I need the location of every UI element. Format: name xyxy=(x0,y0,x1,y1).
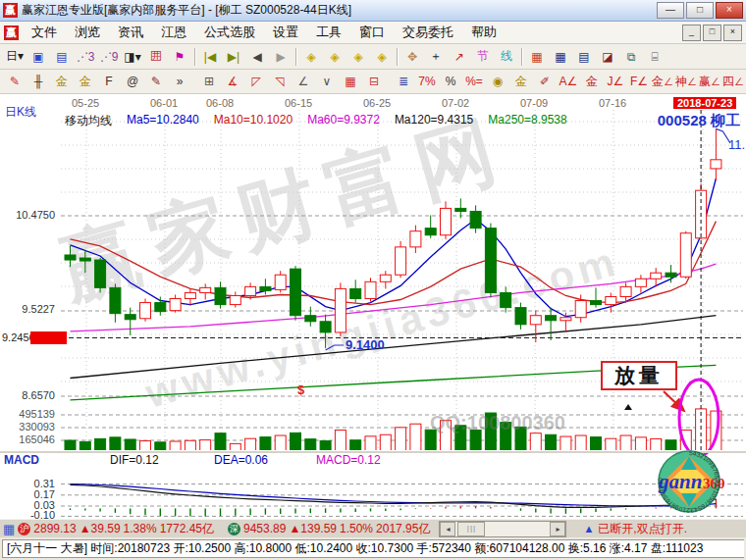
mdi-restore-button[interactable]: □ xyxy=(703,25,721,41)
gann-nav-left-icon[interactable]: ◈ xyxy=(300,46,322,68)
gann-nav-v-icon[interactable]: ◈ xyxy=(371,46,393,68)
stats-bars-icon[interactable]: ≣ xyxy=(393,71,414,92)
grid-axis-icon[interactable]: ⊟ xyxy=(363,71,385,92)
menu-trade[interactable]: 交易委托 xyxy=(394,22,462,43)
toolbar-drawing: ✎╫金金F@✎»⊞∡◸◹∠∨▦⊟≣7%%%=◉金✐A∠金J∠F∠金∠神∠赢∠四∠ xyxy=(0,70,746,94)
crosshair-tool[interactable]: ＋ xyxy=(425,46,447,68)
candle xyxy=(170,299,181,311)
info-bar: [六月十一 大暑] 时间:20180723 开:10.2500 高:10.800… xyxy=(0,537,746,560)
spiral-icon[interactable]: @ xyxy=(122,71,143,92)
draw-pen-icon[interactable]: ✎ xyxy=(4,71,26,92)
percent-line-icon[interactable]: %= xyxy=(463,71,485,92)
sz-index: 9453.89 xyxy=(243,522,286,535)
mdi-controls: _ □ × xyxy=(680,25,742,41)
wave-line-tool[interactable]: 线 xyxy=(496,46,517,68)
percent-icon[interactable]: % xyxy=(440,71,461,92)
menu-news[interactable]: 资讯 xyxy=(109,22,152,43)
period-day-selector[interactable]: 日▾ xyxy=(4,46,26,68)
menu-settings[interactable]: 设置 xyxy=(264,22,307,43)
draw-pen2-icon[interactable]: ✎ xyxy=(145,71,167,92)
calendar-icon[interactable]: ▦ xyxy=(526,46,548,68)
candle xyxy=(470,211,481,228)
connection-status[interactable]: ▲ 已断开,双点打开. xyxy=(583,521,687,537)
candle xyxy=(606,296,616,304)
candle xyxy=(515,308,526,325)
mdi-close-button[interactable]: × xyxy=(723,25,742,41)
pattern-tool-icon[interactable]: 囲 xyxy=(145,46,167,68)
pane-separator xyxy=(0,450,746,453)
fan-box-icon[interactable]: ◸ xyxy=(245,71,267,92)
angle-lines-icon[interactable]: ∠ xyxy=(293,71,314,92)
save-icon[interactable]: ◪ xyxy=(597,46,618,68)
gann-nav-right-icon[interactable]: ◈ xyxy=(324,46,346,68)
candle xyxy=(275,275,286,289)
info-panel-icon[interactable]: ▤ xyxy=(51,46,73,68)
first-bar-button[interactable]: |◀ xyxy=(199,46,221,68)
maximize-button[interactable]: □ xyxy=(686,2,714,19)
menu-help[interactable]: 帮助 xyxy=(462,22,506,43)
scroll-left-button[interactable]: ◂ xyxy=(440,522,455,536)
fibonacci-icon[interactable]: F xyxy=(98,71,120,92)
brush-icon[interactable]: ✐ xyxy=(534,71,556,92)
color-flag-icon[interactable]: ⚑ xyxy=(169,46,190,68)
gold-angle-icon[interactable]: 金∠ xyxy=(652,71,673,92)
more-tools-button[interactable]: » xyxy=(169,71,190,92)
notepad-icon[interactable]: ▤ xyxy=(573,46,595,68)
menu-window[interactable]: 窗口 xyxy=(350,22,394,43)
next-bar-button[interactable]: ▶ xyxy=(270,46,292,68)
golden-band-icon[interactable]: 金 xyxy=(75,71,96,92)
toolbar-separator xyxy=(521,48,522,66)
dea-value: DEA=0.06 xyxy=(214,453,268,467)
title-bar[interactable]: 赢 赢家江恩专业版[赢家内部服务平台] - [柳工 SZ000528-44日K线… xyxy=(0,0,746,22)
menu-formula-picker[interactable]: 公式选股 xyxy=(195,22,264,43)
scroll-thumb[interactable]: ||| xyxy=(457,522,485,536)
j-angle-icon[interactable]: J∠ xyxy=(605,71,626,92)
close-button[interactable]: × xyxy=(716,2,743,19)
prev-bar-button[interactable]: ◀ xyxy=(246,46,268,68)
minimize-button[interactable]: — xyxy=(657,2,684,19)
ma-legend-item: Ma60=9.9372 xyxy=(307,113,380,129)
v-dots-icon[interactable]: ∨ xyxy=(316,71,338,92)
date-tick: 06-25 xyxy=(363,97,391,109)
menu-tools[interactable]: 工具 xyxy=(307,22,350,43)
trendline-tool[interactable]: ↗ xyxy=(449,46,470,68)
shen-angle-icon[interactable]: 神∠ xyxy=(675,71,697,92)
gann-nav-h-icon[interactable]: ◈ xyxy=(347,46,369,68)
multi-screen-icon[interactable]: ⧉ xyxy=(620,46,642,68)
percent7-icon[interactable]: 7% xyxy=(416,71,438,92)
zoom-window-icon[interactable]: ▣ xyxy=(27,46,49,68)
remote-pc-icon[interactable]: ⌸ xyxy=(644,46,666,68)
horizontal-scrollbar[interactable]: ◂ ||| ▸ xyxy=(439,521,566,537)
minor-cycle-9-icon[interactable]: ⋰9 xyxy=(98,46,120,68)
golden-section-icon[interactable]: 金 xyxy=(51,71,73,92)
candle xyxy=(95,260,106,287)
gold-line-icon[interactable]: 金 xyxy=(510,71,532,92)
hand-tool[interactable]: ✥ xyxy=(401,46,423,68)
minor-cycle-3-icon[interactable]: ⋰3 xyxy=(75,46,96,68)
gold-circle-icon[interactable]: ◉ xyxy=(487,71,508,92)
scroll-right-button[interactable]: ▸ xyxy=(550,522,565,536)
comb-tool-icon[interactable]: ╫ xyxy=(27,71,49,92)
candle-style-selector[interactable]: ◨▾ xyxy=(122,46,143,68)
logo-text-360: 360 xyxy=(703,476,725,491)
fan-circle-icon[interactable]: ◹ xyxy=(269,71,291,92)
mdi-minimize-button[interactable]: _ xyxy=(682,25,701,41)
gann-fan-icon[interactable]: ∡ xyxy=(222,71,243,92)
candle xyxy=(185,292,195,298)
ying-angle-icon[interactable]: 赢∠ xyxy=(699,71,720,92)
menu-browse[interactable]: 浏览 xyxy=(66,22,109,43)
candle xyxy=(410,231,421,247)
a-fan-icon[interactable]: A∠ xyxy=(558,71,579,92)
gann-node-tool[interactable]: 节 xyxy=(472,46,494,68)
f-angle-icon[interactable]: F∠ xyxy=(628,71,650,92)
si-angle-icon[interactable]: 四∠ xyxy=(722,71,744,92)
last-bar-button[interactable]: ▶| xyxy=(223,46,244,68)
gold-underline-icon[interactable]: 金 xyxy=(581,71,603,92)
grid-tool-icon[interactable]: ⊞ xyxy=(198,71,220,92)
red-grid-icon[interactable]: ▦ xyxy=(340,71,361,92)
macd-pane-label: MACD xyxy=(4,453,39,467)
calculator-icon[interactable]: ▦ xyxy=(550,46,571,68)
menu-gann[interactable]: 江恩 xyxy=(152,22,195,43)
menu-file[interactable]: 文件 xyxy=(23,22,66,43)
grid-icon[interactable]: ▦ xyxy=(3,522,15,536)
